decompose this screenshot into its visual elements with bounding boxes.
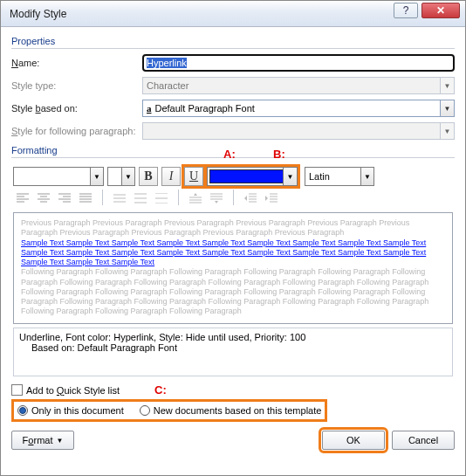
indent-decrease-button [241, 190, 260, 207]
scope-radio-group: Only in this document New documents base… [11, 399, 327, 422]
chevron-down-icon[interactable]: ▼ [90, 168, 103, 185]
divider [11, 48, 455, 49]
titlebar: Modify Style ? ✕ [1, 1, 465, 27]
add-quick-style-label: Add to Quick Style list [26, 385, 120, 396]
cancel-button[interactable]: Cancel [392, 431, 455, 450]
chevron-down-icon: ▼ [440, 78, 454, 93]
style-based-value: Default Paragraph Font [155, 103, 255, 114]
properties-heading: Properties [11, 36, 455, 46]
align-left-button [13, 190, 32, 207]
cancel-button-label: Cancel [408, 435, 438, 445]
new-documents-template-label: New documents based on this template [154, 405, 322, 416]
help-icon: ? [403, 4, 409, 17]
indent-increase-button [262, 190, 281, 207]
style-type-label: Style type: [11, 80, 142, 91]
style-based-label: Style based on: [11, 103, 142, 114]
style-description-line1: Underline, Font color: Hyperlink, Style:… [19, 332, 447, 342]
italic-button[interactable]: I [161, 167, 181, 186]
name-input[interactable] [142, 54, 455, 72]
style-description-line2: Based on: Default Paragraph Font [31, 342, 447, 353]
only-this-document-label: Only in this document [31, 405, 124, 416]
bold-button[interactable]: B [139, 167, 158, 186]
close-button[interactable]: ✕ [421, 3, 460, 18]
spacing-15-button [131, 190, 150, 207]
only-this-document-radio[interactable] [17, 405, 28, 416]
chevron-down-icon[interactable]: ▼ [440, 100, 454, 116]
chevron-down-icon: ▼ [56, 437, 63, 445]
align-justify-button [76, 190, 95, 207]
spacing-2-button [152, 190, 171, 207]
preview-sample-text: Sample Text Sample Text Sample Text Samp… [21, 238, 445, 268]
font-color-select[interactable]: ▼ [207, 167, 298, 186]
font-size-select[interactable]: ▼ [107, 167, 135, 186]
chevron-down-icon[interactable]: ▼ [283, 168, 297, 185]
ok-button[interactable]: OK [322, 431, 385, 450]
add-quick-style-checkbox[interactable] [11, 384, 23, 396]
space-before-dec-button [207, 190, 226, 207]
format-button-label: Format [23, 435, 53, 445]
style-based-prefix: a [147, 103, 152, 114]
preview-following-text: Following Paragraph Following Paragraph … [21, 267, 445, 316]
close-icon: ✕ [436, 4, 445, 17]
chevron-down-icon: ▼ [440, 123, 454, 139]
spacing-1-button [110, 190, 129, 207]
style-description: Underline, Font color: Hyperlink, Style:… [13, 328, 453, 376]
font-family-select[interactable]: ▼ [13, 167, 104, 186]
help-button[interactable]: ? [394, 3, 418, 18]
new-documents-template-radio[interactable] [140, 405, 150, 416]
chevron-down-icon[interactable]: ▼ [121, 168, 134, 185]
align-right-button [55, 190, 74, 207]
separator [233, 190, 234, 205]
style-type-value: Character [147, 80, 188, 91]
ok-button-label: OK [346, 435, 360, 445]
underline-button[interactable]: U [184, 167, 203, 186]
separator [102, 190, 103, 205]
script-value: Latin [309, 171, 330, 182]
style-type-select: Character ▼ [142, 77, 455, 94]
format-button[interactable]: Format ▼ [11, 431, 74, 450]
name-label: Name: [11, 58, 142, 68]
callout-a: A: [223, 148, 236, 161]
separator [178, 190, 179, 205]
style-following-label: Style for following paragraph: [11, 126, 142, 136]
align-center-button [34, 190, 53, 207]
preview-prev-text: Previous Paragraph Previous Paragraph Pr… [21, 218, 445, 238]
preview-box: Previous Paragraph Previous Paragraph Pr… [13, 212, 453, 324]
window-title: Modify Style [10, 8, 66, 20]
callout-b: B: [273, 148, 285, 161]
style-based-select[interactable]: a Default Paragraph Font ▼ [142, 100, 455, 117]
chevron-down-icon[interactable]: ▼ [360, 168, 373, 185]
style-following-select: ▼ [142, 122, 455, 140]
script-select[interactable]: Latin ▼ [305, 167, 374, 186]
space-before-inc-button [186, 190, 205, 207]
callout-c: C: [154, 383, 167, 397]
